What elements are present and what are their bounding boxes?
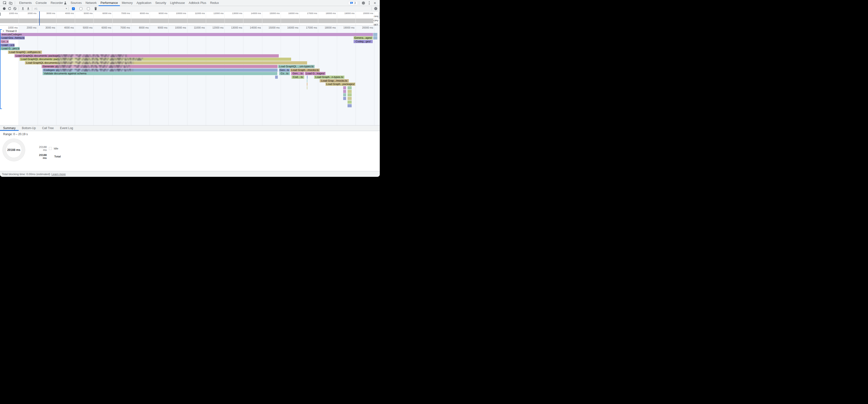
flame-bar[interactable]: Load Gra...hema.ts [0,36,25,39]
flame-bar-block[interactable] [347,100,352,104]
tab-redux[interactable]: Redux [208,0,221,6]
flame-bar[interactable]: Load GraphQL ...urn-types.ts [278,65,315,68]
gridline [374,11,374,26]
trash-icon[interactable] [93,6,98,11]
flame-bar[interactable]: Load GraphQL documents: package▙▚▜▛▞▟▘▝▚… [14,54,279,57]
device-toolbar-icon[interactable] [8,0,13,6]
flame-bar[interactable]: Codeg...ges/ [353,40,373,43]
timeline-overview[interactable]: FPS CPU NET 1000 ms2000 ms3000 ms4000 ms… [0,11,380,26]
thread-toggle[interactable]: ▼ Thread 0 [2,30,17,32]
flame-bar-block[interactable] [347,90,352,93]
inspect-element-icon[interactable] [2,0,8,6]
flame-bar[interactable]: Load G...kages/ [305,72,326,75]
flame-bar-block[interactable] [307,79,307,82]
learn-more-link[interactable]: Learn more [51,173,66,176]
checkbox-memory[interactable] [80,7,84,10]
tab-console[interactable]: Console [34,0,49,6]
flame-bar-block[interactable] [343,97,346,100]
detail-tab-label: Summary [3,126,16,130]
summary-donut-chart: 20188 ms [3,139,25,161]
flame-bar-label: Genera...ages/ [354,36,372,39]
flame-bar-block[interactable] [347,93,352,96]
detail-tab-summary[interactable]: Summary [0,125,19,131]
flame-bar-block[interactable] [347,104,352,107]
tab-memory[interactable]: Memory [120,0,135,6]
checkbox-web-vitals[interactable] [87,7,91,10]
tab-network[interactable]: Network [84,0,99,6]
gridline [37,26,38,125]
flame-bar[interactable]: Load Graph...packages/ [326,83,355,86]
more-options-kebab-icon[interactable] [366,0,372,6]
donut-total-label: 20188 ms [7,148,20,152]
flame-bar-block[interactable] [343,86,346,89]
ruler-tick-label: 14000 ms [243,26,261,29]
detail-tab-bottom-up[interactable]: Bottom-Up [19,125,39,131]
flame-bar[interactable]: Load G...pes.ts [0,47,20,50]
flame-bar-block[interactable] [343,93,346,96]
flame-bar[interactable]: executeCodegen [0,33,373,36]
flame-bar[interactable]: Gen....ts [291,72,304,75]
ruler-tick-label: 15000 ms [261,26,280,29]
record-button[interactable] [1,6,7,11]
issues-badge[interactable]: 3 [348,1,358,5]
tabbar-left-icons [0,0,16,6]
flame-bar[interactable]: Load ...s.ts [0,43,14,47]
redacted-blurred-text: ▙▚▜▛▞▟▘▝▚▛ ▞▟▙▚ ▛▞▙ ▜▚▛▞ ▟▙▚▜▛▞ ▙▚▜ ▛▞▟▙… [58,61,133,64]
tab-recorder[interactable]: Recorder [49,0,68,6]
flame-bar-block[interactable] [373,33,377,36]
flame-bar-block[interactable] [343,90,346,93]
flame-bar-block[interactable] [307,83,307,86]
clear-recording-icon[interactable] [12,6,18,11]
ruler-tick-label: 2000 ms [18,26,37,29]
settings-gear-icon[interactable] [361,0,366,6]
tab-elements[interactable]: Elements [17,0,34,6]
ruler-tick-label: 19000 ms [336,26,354,29]
detail-tab-event-log[interactable]: Event Log [57,125,76,131]
flame-bar[interactable]: Load Grap.../mocks.ts [320,79,349,82]
flame-bar-label: Gen...ts [280,68,289,72]
tab-sources[interactable]: Sources [68,0,84,6]
flame-bar-block[interactable] [373,36,377,39]
flame-bar[interactable]: Load Graph...n-types.ts [314,75,344,79]
capture-settings-gear-icon[interactable] [373,6,378,11]
save-profile-icon[interactable] [25,6,31,11]
flame-bar[interactable]: Co...ts [279,72,290,75]
tab-application[interactable]: Application [135,0,153,6]
flame-bar[interactable]: Validate documents against schema [42,72,277,75]
flame-bar-block[interactable] [347,86,352,89]
flame-bar[interactable]: Load GraphQL documents:▙▚▜▛▞▟▘▝▚▛ ▞▟▙▚ ▛… [25,61,307,64]
flame-bar-block[interactable] [275,75,278,79]
flame-bar[interactable]: Load GraphQ...ed/types.ts [8,51,42,54]
flask-icon [64,1,67,5]
flame-bar[interactable]: Gen...ts [279,68,290,72]
tab-performance[interactable]: Performance [99,0,120,6]
overview-tick-label: 15000 ms [261,12,280,14]
flame-bar[interactable]: Generate: p▙▚▜▛▞▟▘▝▚▛ ▞▟▙▚ ▛▞▙ ▜▚▛▞ ▟▙▚▜… [42,65,278,68]
flame-bar-block[interactable] [307,75,308,79]
flame-bar[interactable]: Load GraphQL documents: pac▙▚▜▛▞▟▘▝▚▛ ▞▟… [20,58,291,61]
flame-bar[interactable]: Lo...s [0,40,9,43]
reload-and-record-button[interactable] [7,6,12,11]
tab-label: Lighthouse [170,1,185,5]
flame-bar[interactable]: Load Graph.../mocks.ts [290,68,320,72]
flame-bar[interactable]: Genera...ages/ [353,36,373,39]
tab-lighthouse[interactable]: Lighthouse [168,0,187,6]
tab-security[interactable]: Security [153,0,168,6]
checkbox-screenshots[interactable]: ✓ [72,7,76,10]
flame-bar-label: Load Grap.../mocks.ts [321,79,347,82]
devtools-window: ElementsConsoleRecorderSourcesNetworkPer… [0,0,380,177]
tab-adblock-plus[interactable]: Adblock Plus [187,0,208,6]
flame-bar-block[interactable] [347,97,352,100]
detail-tab-call-tree[interactable]: Call Tree [39,125,57,131]
flame-chart[interactable]: ▼ Thread 0 1000 ms2000 ms3000 ms4000 ms5… [0,26,380,125]
chevron-expanded-icon: ▼ [2,30,4,32]
flame-bar[interactable]: Codegen: p▙▚▜▛▞▟▘▝▚▛ ▞▟▙▚ ▛▞▙ ▜▚▛▞ ▟▙▚▜▛… [42,68,278,72]
overview-scrollbar[interactable] [379,12,380,19]
close-devtools-icon[interactable]: × [372,0,378,6]
flame-bar[interactable]: Cod....ts [291,75,304,79]
load-profile-icon[interactable] [20,6,25,11]
flame-bar-block[interactable] [307,86,307,89]
history-dropdown[interactable]: #1 ▼ [34,6,67,11]
flame-bar-label: Codeg...ges/ [355,40,371,43]
tab-label: Application [136,1,151,5]
